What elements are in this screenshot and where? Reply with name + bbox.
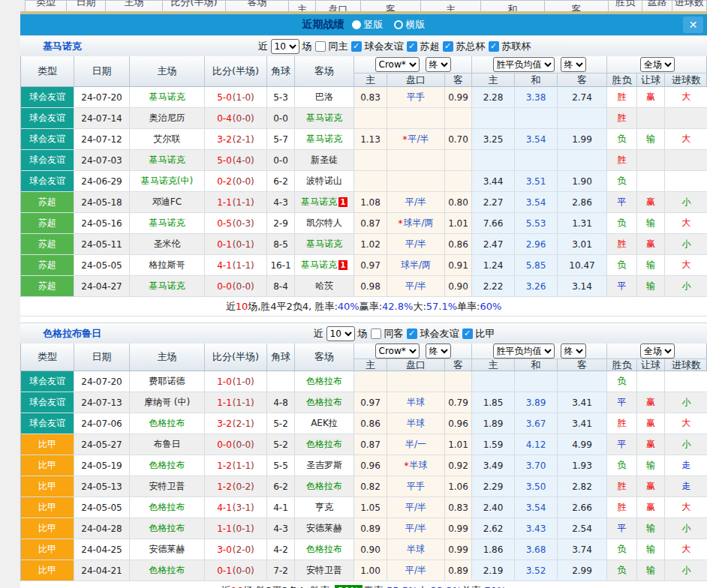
home-team-cell: 安德莱赫 xyxy=(129,539,204,560)
away-team[interactable]: 基马诺克 xyxy=(301,196,337,208)
league-filter-label-0: 球会友谊 xyxy=(420,327,459,340)
radio-unselected-icon[interactable] xyxy=(394,20,403,29)
euro-away-odds: 1.93 xyxy=(557,455,606,476)
euro-home-odds xyxy=(471,108,514,129)
handicap-name: 平手 xyxy=(407,91,425,104)
euro-away-odds: 3.41 xyxy=(557,413,606,434)
matches-count-select[interactable]: 10 xyxy=(326,326,355,341)
result-wdl: 负 xyxy=(606,129,636,150)
asia-state-select[interactable]: 终 xyxy=(426,344,451,358)
home-team[interactable]: 基马诺克 xyxy=(149,91,185,104)
date-cell: 24-05-13 xyxy=(74,476,129,497)
bg-header-cell: 盘口 xyxy=(315,0,360,11)
score-cell: 0-2(0-0) xyxy=(204,171,266,192)
date-cell: 24-07-03 xyxy=(74,150,129,171)
home-team-cell: 圣米伦 xyxy=(129,234,204,255)
summary-segment: 10 xyxy=(231,585,244,588)
home-team[interactable]: 色格拉布 xyxy=(149,522,185,535)
column-header-3: 比分(半场) xyxy=(204,56,266,86)
scope-select[interactable]: 全场 xyxy=(640,57,675,72)
fulltime-score: 1-2 xyxy=(217,482,232,492)
away-team[interactable]: 基马诺克 xyxy=(306,238,342,250)
team-title: 基马诺克 xyxy=(43,40,82,53)
bg-header-cell: 客 xyxy=(544,0,608,11)
away-team-cell: 圣吉罗斯 xyxy=(294,455,354,476)
date-cell: 24-05-16 xyxy=(74,213,129,234)
away-team[interactable]: 色格拉布 xyxy=(306,438,342,451)
same-venue-checkbox[interactable] xyxy=(315,41,326,52)
away-team[interactable]: 基马诺克 xyxy=(306,133,342,146)
away-team[interactable]: 色格拉布 xyxy=(306,543,342,556)
euro-home-odds: 2.29 xyxy=(471,476,514,497)
home-team[interactable]: 色格拉布 xyxy=(149,564,185,577)
corner-cell: 4-1 xyxy=(266,497,294,518)
score-cell: 5-0(1-0) xyxy=(204,87,266,108)
away-team[interactable]: 色格拉布 xyxy=(306,480,342,493)
summary-segment: 55.5% xyxy=(387,585,417,588)
result-handicap: 输 xyxy=(636,255,664,276)
away-team[interactable]: 色格拉布 xyxy=(306,375,342,388)
league-filter-checkbox-2[interactable]: ✓ xyxy=(443,41,453,52)
result-wdl: 平 xyxy=(606,434,636,455)
score-cell: 0-0(0-0) xyxy=(204,434,266,455)
home-team[interactable]: 色格拉布 xyxy=(149,417,185,430)
score-cell: 0-5(0-3) xyxy=(204,213,266,234)
asia-state-select[interactable]: 终 xyxy=(426,57,451,72)
same-venue-checkbox[interactable] xyxy=(371,328,381,339)
radio-horizontal-layout[interactable]: 横版 xyxy=(394,18,426,32)
result-goals: 走 xyxy=(664,476,707,497)
handicap-name: 半球 xyxy=(407,417,425,430)
asia-home-odds: 0.98 xyxy=(354,276,387,297)
match-row: 球会友谊24-07-12艾尔联3-2(2-1)5-7基马诺克1.13*平/半0.… xyxy=(21,129,706,150)
euro-home-odds: 2.19 xyxy=(471,560,514,581)
matches-count-select[interactable]: 10 xyxy=(271,39,299,54)
radio-selected-icon[interactable] xyxy=(352,20,361,29)
euro-draw-odds: 5.53 xyxy=(514,213,557,234)
away-team[interactable]: 色格拉布 xyxy=(306,396,342,409)
euro-type-select[interactable]: 胜平负均值 xyxy=(493,57,555,72)
bookmaker-select[interactable]: Crow* xyxy=(375,344,420,358)
league-filter-checkbox-3[interactable]: ✓ xyxy=(489,41,499,52)
home-team[interactable]: 基马诺克 xyxy=(149,280,185,292)
home-team[interactable]: 基马诺克(中) xyxy=(141,175,193,188)
fulltime-score: 1-2 xyxy=(217,460,232,471)
radio-vertical-layout[interactable]: 竖版 xyxy=(352,18,384,32)
home-team-cell: 摩纳哥 (中) xyxy=(129,392,204,413)
asia-away-odds: 1.06 xyxy=(444,476,471,497)
euro-type-select[interactable]: 胜平负均值 xyxy=(493,344,555,358)
league-filter-checkbox-0[interactable]: ✓ xyxy=(351,41,362,52)
league-filter-checkbox-1[interactable]: ✓ xyxy=(407,41,417,52)
away-team-cell: 基马诺克 xyxy=(294,129,354,150)
score-cell: 0-1(0-1) xyxy=(204,234,266,255)
summary-segment: 40% xyxy=(338,301,360,312)
sub-column-header-4: 和 xyxy=(514,358,557,370)
away-team[interactable]: 基马诺克 xyxy=(306,112,342,124)
euro-state-select[interactable]: 终 xyxy=(561,57,586,72)
section-header: 基马诺克近10场同主✓球会友谊✓苏超✓苏总杯✓苏联杯 xyxy=(20,35,707,56)
match-row: 比甲24-05-27布鲁日0-0(0-0)5-2色格拉布0.87半/一1.011… xyxy=(21,434,706,455)
home-team[interactable]: 色格拉布 xyxy=(149,501,185,514)
halftime-score: (1-0) xyxy=(233,92,254,103)
league-filter-checkbox-1[interactable]: ✓ xyxy=(462,328,473,339)
fulltime-score: 0-5 xyxy=(217,218,232,229)
home-team: 费耶诺德 xyxy=(149,375,185,388)
score-cell: 3-2(2-1) xyxy=(204,413,266,434)
date-cell: 24-05-19 xyxy=(74,455,129,476)
away-team[interactable]: 基马诺克 xyxy=(301,259,337,272)
fulltime-score: 4-1 xyxy=(217,260,232,271)
close-icon[interactable]: ✕ xyxy=(683,16,703,33)
result-handicap: 输 xyxy=(636,539,664,560)
bookmaker-select[interactable]: Crow* xyxy=(375,57,420,72)
away-team-cell: 基马诺克1 xyxy=(294,255,354,276)
handicap-cell: 平/半 xyxy=(387,560,444,581)
radio-vertical-label: 竖版 xyxy=(364,18,384,32)
home-team: 摩纳哥 (中) xyxy=(144,396,190,409)
scope-select[interactable]: 全场 xyxy=(640,344,675,358)
euro-state-select[interactable]: 终 xyxy=(561,344,586,358)
league-filter-checkbox-0[interactable]: ✓ xyxy=(407,328,417,339)
home-team[interactable]: 色格拉布 xyxy=(149,459,185,472)
home-team[interactable]: 基马诺克 xyxy=(149,217,185,230)
halftime-score: (2-0) xyxy=(233,544,254,555)
euro-draw-odds: 3.52 xyxy=(514,560,557,581)
home-team[interactable]: 基马诺克 xyxy=(149,154,185,166)
